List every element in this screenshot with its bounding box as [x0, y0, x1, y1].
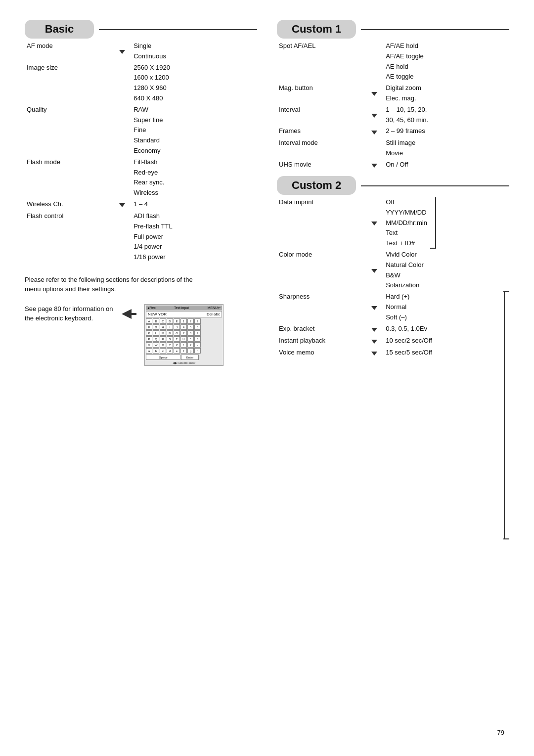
arrow-quality — [113, 104, 132, 157]
arrow-spot-af — [365, 41, 384, 83]
value-frames: 2 – 99 frames — [384, 126, 509, 137]
value-flash-mode: Fill-flash Red-eye Rear sync. Wireless — [132, 157, 257, 199]
kb-key: * — [187, 336, 194, 342]
kb-row-2: F G H I J 4 5 6 — [146, 324, 222, 330]
kb-key: F — [146, 324, 152, 330]
kb-row-space: Space Enter — [146, 355, 222, 360]
keyboard-section: See page 80 for information on the elect… — [25, 304, 257, 366]
kb-rec-label: ●Rec — [147, 306, 156, 310]
kb-key: Z — [174, 342, 180, 348]
kb-row-1: A B C D E 1 2 3 — [146, 318, 222, 324]
data-imprint-bracket: Off YYYY/MM/DD MM/DD/hr:min Text Text + … — [386, 197, 436, 249]
arrow-exp-bracket — [365, 323, 384, 335]
kb-key: V — [146, 342, 152, 348]
value-uhs-movie: On / Off — [384, 159, 509, 171]
label-frames: Frames — [277, 126, 365, 137]
kb-key: 2 — [187, 318, 194, 324]
kb-key: Q — [153, 336, 159, 342]
value-mag-button: Digital zoom Elec. mag. — [384, 83, 509, 104]
kb-key: B — [153, 318, 159, 324]
label-image-size: Image size — [25, 62, 113, 104]
arrow-color-mode — [365, 249, 384, 291]
arrow-af-mode — [113, 41, 132, 62]
kb-key: T — [174, 336, 180, 342]
arrow-instant-playback — [365, 335, 384, 347]
kb-space-key: Space — [146, 355, 180, 360]
arrow-keyboard — [122, 309, 136, 319]
kb-key: H — [160, 324, 166, 330]
value-exp-bracket: 0.3, 0.5, 1.0Ev — [384, 323, 509, 335]
table-row: Frames 2 – 99 frames — [277, 126, 509, 137]
label-instant-playback: Instant playback — [277, 335, 365, 347]
label-sharpness: Sharpness — [277, 291, 365, 323]
table-row: UHS movie On / Off — [277, 159, 509, 171]
kb-key: ? — [187, 342, 194, 348]
table-row: Sharpness Hard (+) Normal Soft (–) — [277, 291, 509, 323]
value-quality: RAW Super fine Fine Standard Economy — [132, 104, 257, 157]
kb-row-6: a b c d e f g h — [146, 348, 222, 354]
basic-title: Basic — [25, 20, 94, 39]
custom2-table: Data imprint Off YYYY/MM/DD MM/DD/hr:min… — [277, 197, 509, 359]
arrow-interval — [365, 104, 384, 126]
kb-keys: A B C D E 1 2 3 F G H — [146, 318, 222, 360]
table-row: Mag. button Digital zoom Elec. mag. — [277, 83, 509, 104]
basic-title-line — [99, 29, 257, 30]
kb-key: d — [167, 348, 173, 354]
kb-key: 7 — [180, 330, 187, 336]
custom2-title-line — [361, 185, 509, 186]
value-wireless-ch: 1 – 4 — [132, 199, 257, 211]
table-row: Spot AF/AEL AF/AE hold AF/AE toggle AE h… — [277, 41, 509, 83]
arrow-voice-memo — [365, 347, 384, 359]
kb-key: 5 — [187, 324, 194, 330]
kb-header: ●Rec Text input MENU↩ — [146, 306, 222, 311]
kb-key: h — [194, 348, 201, 354]
label-af-mode: AF mode — [25, 41, 113, 62]
table-row: Exp. bracket 0.3, 0.5, 1.0Ev — [277, 323, 509, 335]
kb-key: - — [194, 342, 201, 348]
kb-enter-key: Enter — [181, 355, 199, 360]
kb-del-abc: Del abc — [207, 312, 220, 316]
value-flash-control: ADI flash Pre-flash TTL Full power 1/4 p… — [132, 211, 257, 263]
kb-key: O — [174, 330, 180, 336]
kb-key: 1 — [180, 318, 187, 324]
keyboard-note: See page 80 for information on the elect… — [25, 304, 114, 323]
custom2-section: Custom 2 Data imprint Off YYYY/MM/DD MM/… — [277, 176, 509, 359]
arrow-sharpness — [365, 291, 384, 323]
value-interval: 1 – 10, 15, 20, 30, 45, 60 min. — [384, 104, 509, 126]
kb-key: U — [180, 336, 187, 342]
arrow-image-size — [113, 62, 132, 104]
kb-menu-label: MENU↩ — [207, 306, 221, 310]
basic-section: Basic AF mode Single Continuous Image si… — [25, 20, 267, 366]
label-flash-control: Flash control — [25, 211, 113, 263]
kb-key: I — [167, 324, 173, 330]
label-interval-mode: Interval mode — [277, 137, 365, 159]
label-data-imprint: Data imprint — [277, 197, 365, 249]
kb-key: A — [146, 318, 152, 324]
table-row: Interval 1 – 10, 15, 20, 30, 45, 60 min. — [277, 104, 509, 126]
label-flash-mode: Flash mode — [25, 157, 113, 199]
kb-key: X — [160, 342, 166, 348]
arrow-interval-mode — [365, 137, 384, 159]
kb-key: L — [153, 330, 159, 336]
table-row: Flash control ADI flash Pre-flash TTL Fu… — [25, 211, 257, 263]
kb-key: C — [160, 318, 166, 324]
custom1-section: Custom 1 Spot AF/AEL AF/AE hold AF/AE to… — [277, 20, 509, 171]
value-image-size: 2560 X 1920 1600 x 1200 1280 X 960 640 X… — [132, 62, 257, 104]
left-arrow-icon — [122, 309, 136, 319]
value-spot-af: AF/AE hold AF/AE toggle AE hold AE toggl… — [384, 41, 509, 83]
table-row: Wireless Ch. 1 – 4 — [25, 199, 257, 211]
label-interval: Interval — [277, 104, 365, 126]
table-row: Image size 2560 X 1920 1600 x 1200 1280 … — [25, 62, 257, 104]
label-mag-button: Mag. button — [277, 83, 365, 104]
kb-row-5: V W X Y Z ! ? - — [146, 342, 222, 348]
kb-key: S — [167, 336, 173, 342]
page-number: 79 — [497, 729, 504, 736]
value-af-mode: Single Continuous — [132, 41, 257, 62]
kb-row-3: K L M N O 7 8 9 — [146, 330, 222, 336]
value-color-mode: Vivid Color Natural Color B&W Solarizati… — [384, 249, 509, 291]
kb-key: a — [146, 348, 152, 354]
label-quality: Quality — [25, 104, 113, 157]
value-data-imprint: Off YYYY/MM/DD MM/DD/hr:min Text Text + … — [384, 197, 509, 249]
kb-key: 9 — [194, 330, 201, 336]
custom2-title: Custom 2 — [277, 176, 356, 195]
